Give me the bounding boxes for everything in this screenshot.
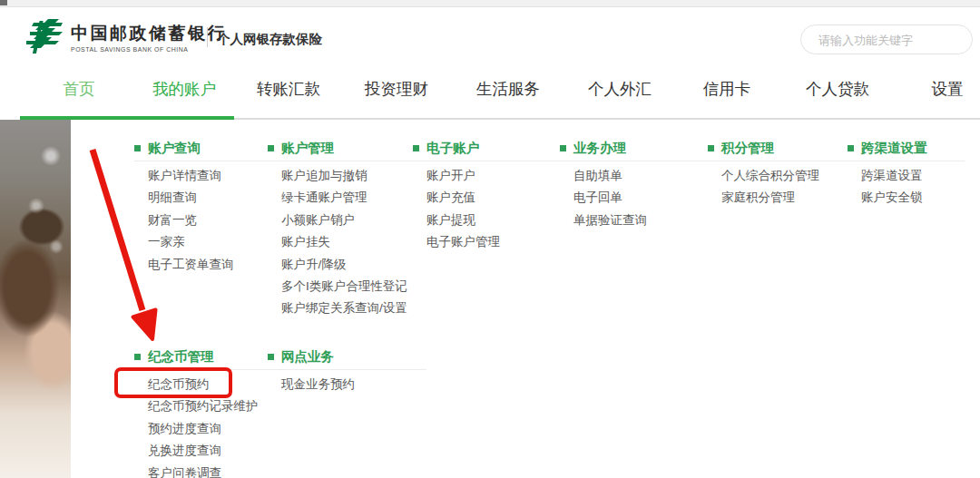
menu-item[interactable]: 绿卡通账户管理: [281, 187, 422, 209]
nav-item-my-account[interactable]: 我的账户: [152, 78, 216, 100]
nav-item-transfer[interactable]: 转账汇款: [257, 78, 320, 100]
menu-column-account-management: 账户管理账户追加与撤销绿卡通账户管理小额账户销户账户挂失账户升/降级多个I类账户…: [268, 134, 422, 320]
menu-item[interactable]: 账户提现: [426, 210, 567, 231]
menu-item[interactable]: 现金业务预约: [281, 374, 422, 395]
brand-subtitle: POSTAL SAVINGS BANK OF CHINA: [71, 46, 227, 53]
square-bullet-icon: [268, 145, 274, 151]
page: 中国邮政储蓄银行 POSTAL SAVINGS BANK OF CHINA 个人…: [0, 0, 980, 478]
menu-column-title-e-account[interactable]: 电子账户: [413, 134, 567, 161]
square-bullet-icon: [134, 354, 141, 360]
square-bullet-icon: [134, 145, 141, 151]
site-header: 中国邮政储蓄银行 POSTAL SAVINGS BANK OF CHINA 个人…: [0, 7, 980, 65]
nav-item-settings[interactable]: 设置: [932, 78, 964, 100]
menu-separator-row2: [134, 369, 426, 370]
menu-column-e-account: 电子账户账户开户账户充值账户提现电子账户管理: [413, 134, 567, 254]
square-bullet-icon: [560, 145, 566, 151]
brand-name: 中国邮政储蓄银行: [71, 22, 227, 45]
quick-link-personal-ebank[interactable]: 个人网银: [217, 31, 270, 48]
square-bullet-icon: [848, 145, 854, 151]
nav-item-personal-loan[interactable]: 个人贷款: [806, 78, 869, 100]
nav-item-personal-forex[interactable]: 个人外汇: [588, 78, 652, 100]
menu-column-cross-channel-settings: 跨渠道设置跨渠道设置账户安全锁: [848, 134, 980, 210]
nav-item-home[interactable]: 首页: [64, 78, 95, 100]
menu-item[interactable]: 账户升/降级: [281, 254, 422, 276]
menu-column-title-business-handling[interactable]: 业务办理: [560, 134, 714, 161]
nav-item-credit-card[interactable]: 信用卡: [703, 78, 751, 100]
nav-item-investment[interactable]: 投资理财: [365, 78, 428, 100]
menu-item[interactable]: 多个I类账户合理性登记: [281, 276, 422, 298]
menu-item[interactable]: 账户开户: [426, 165, 567, 187]
menu-column-title-account-management[interactable]: 账户管理: [268, 134, 422, 161]
menu-column-title-points-management[interactable]: 积分管理: [708, 134, 862, 161]
promo-photo: [0, 120, 71, 478]
menu-item[interactable]: 跨渠道设置: [861, 165, 980, 187]
menu-item[interactable]: 电子回单: [573, 187, 714, 209]
divider: [207, 27, 208, 47]
menu-item[interactable]: 纪念币预约记录维护: [148, 395, 289, 417]
menu-item[interactable]: 单据验证查询: [573, 210, 714, 231]
nav-item-life-services[interactable]: 生活服务: [476, 78, 540, 100]
square-bullet-icon: [413, 145, 419, 151]
menu-item[interactable]: 预约进度查询: [148, 418, 289, 440]
menu-item[interactable]: 兑换进度查询: [148, 440, 289, 462]
menu-item[interactable]: 家庭积分管理: [721, 187, 862, 209]
browser-top-strip: [0, 0, 980, 7]
brand-logo[interactable]: 中国邮政储蓄银行 POSTAL SAVINGS BANK OF CHINA: [24, 19, 227, 55]
menu-column-title-branch-services[interactable]: 网点业务: [268, 343, 422, 370]
menu-column-title-commemorative-coin-management[interactable]: 纪念币管理: [134, 343, 289, 370]
square-bullet-icon: [708, 145, 714, 151]
menu-column-title-cross-channel-settings[interactable]: 跨渠道设置: [848, 134, 980, 161]
menu-item[interactable]: 电子账户管理: [426, 231, 567, 253]
menu-item[interactable]: 账户追加与撤销: [281, 165, 422, 187]
quick-link-deposit-insurance[interactable]: 存款保险: [270, 31, 322, 48]
menu-separator-row1: [134, 161, 965, 161]
menu-column-commemorative-coin-management: 纪念币管理纪念币预约纪念币预约记录维护预约进度查询兑换进度查询客户问卷调查: [134, 343, 289, 478]
main-nav: 首页我的账户转账汇款投资理财生活服务个人外汇信用卡个人贷款设置: [0, 65, 980, 116]
menu-item[interactable]: 账户安全锁: [861, 187, 980, 209]
menu-item[interactable]: 小额账户销户: [281, 210, 422, 231]
menu-item[interactable]: 个人综合积分管理: [721, 165, 862, 187]
menu-item[interactable]: 自助填单: [573, 165, 714, 187]
menu-item[interactable]: 账户充值: [426, 187, 567, 209]
search-input[interactable]: [817, 26, 965, 54]
menu-item[interactable]: 账户绑定关系查询/设置: [281, 298, 422, 319]
search-box: [800, 24, 973, 54]
mega-menu: 账户查询账户详情查询明细查询财富一览一家亲电子工资单查询账户管理账户追加与撤销绿…: [71, 120, 980, 478]
corner-mark: [0, 0, 7, 5]
menu-column-title-account-inquiry[interactable]: 账户查询: [134, 134, 289, 161]
menu-item[interactable]: 账户挂失: [281, 231, 422, 253]
square-bullet-icon: [268, 354, 274, 360]
menu-column-points-management: 积分管理个人综合积分管理家庭积分管理: [708, 134, 862, 210]
menu-item[interactable]: 客户问卷调查: [148, 463, 289, 478]
menu-column-business-handling: 业务办理自助填单电子回单单据验证查询: [560, 134, 714, 231]
psbc-logo-icon: [24, 19, 63, 55]
menu-column-account-inquiry: 账户查询账户详情查询明细查询财富一览一家亲电子工资单查询: [134, 134, 289, 276]
